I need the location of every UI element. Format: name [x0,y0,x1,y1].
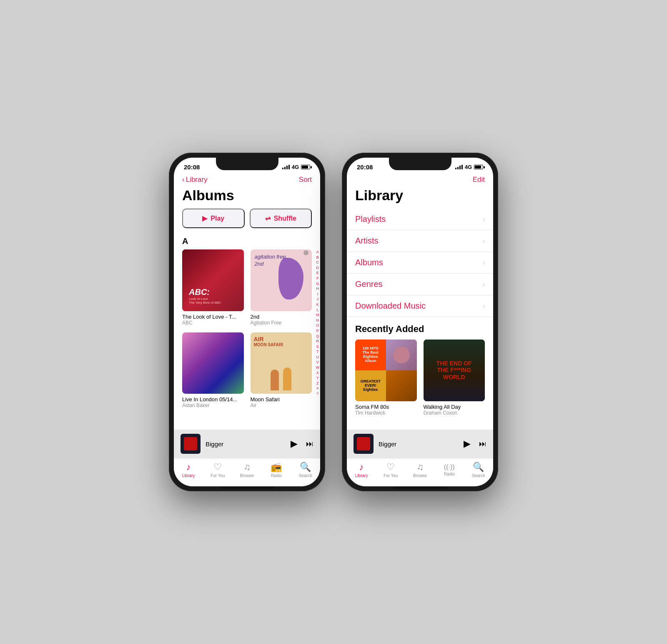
figure-2 [283,367,291,390]
tab-browse-1[interactable]: ♫ Browse [232,462,261,478]
tab-search-2[interactable]: 🔍 Search [464,462,493,478]
ra-title-soma: Soma FM 80s [355,404,417,410]
ra-item-walking[interactable]: THE END OFTHE F***INGWORLD Walking All D… [424,340,485,416]
scroll-area-2[interactable]: Playlists › Artists › Albums › Genres › [347,209,493,430]
now-playing-bar-1[interactable]: Bigger ▶ ⏭ [174,430,320,458]
alpha-h[interactable]: H [316,286,319,292]
tab-foryou-label-2: For You [384,473,398,478]
network-type-1: 4G [292,164,299,170]
alpha-w[interactable]: W [316,365,320,370]
eighties-q3-label: GREATEST EVER!Eighties [355,380,386,392]
tab-library-1[interactable]: ♪ Library [174,462,203,478]
alpha-a[interactable]: A [316,249,319,255]
alpha-l[interactable]: L [316,307,318,313]
album-artist-moon: Air [251,402,312,408]
alpha-hash[interactable]: # [316,386,318,391]
alpha-y[interactable]: Y [316,375,319,381]
edit-button[interactable]: Edit [473,176,485,184]
np-ff-button-1[interactable]: ⏭ [306,440,313,448]
alpha-j[interactable]: J [317,297,319,302]
alpha-r[interactable]: R [316,339,319,344]
alphabet-sidebar[interactable]: A B C D E F G H I J K L M N O [316,249,320,397]
alpha-z[interactable]: Z [316,381,319,386]
screen-content-1: Albums ▶ Play ⇌ Shuffle A [174,186,320,486]
alpha-f[interactable]: F [316,276,319,281]
library-list: Playlists › Artists › Albums › Genres › [347,209,493,317]
alpha-o[interactable]: O [316,323,319,328]
album-artist-abc: ABC [182,320,244,326]
library-item-genres[interactable]: Genres › [347,274,493,295]
status-icons-2: 4G [455,164,483,170]
tab-library-2[interactable]: ♪ Library [347,462,376,478]
back-label-1: Library [186,176,208,184]
album-art-abc: ABC: Look of LoveThe Very Best of ABC [182,249,244,311]
np-play-button-1[interactable]: ▶ [291,438,298,449]
np-play-button-2[interactable]: ▶ [464,438,471,449]
library-icon-2: ♪ [359,462,364,473]
album-item-moon[interactable]: AIR MOON SAFARI Moon Safari Air [251,332,312,409]
sort-button[interactable]: Sort [299,176,312,184]
shuffle-button[interactable]: ⇌ Shuffle [250,209,312,228]
tab-radio-1[interactable]: 📻 Radio [262,462,291,478]
alpha-s[interactable]: S [316,344,319,350]
library-item-playlists-label: Playlists [355,214,386,224]
radio-icon-2: ((·)) [444,463,455,471]
scroll-area-1[interactable]: ▶ Play ⇌ Shuffle A [174,209,320,430]
tab-browse-2[interactable]: ♫ Browse [405,462,434,478]
play-button[interactable]: ▶ Play [182,209,245,228]
tab-foryou-2[interactable]: ♡ For You [376,462,405,478]
library-item-albums-label: Albums [355,258,383,267]
alpha-k[interactable]: K [316,302,319,307]
tab-bar-2: ♪ Library ♡ For You ♫ Browse ((·)) Radio… [347,458,493,486]
library-item-playlists[interactable]: Playlists › [347,209,493,230]
library-item-downloaded[interactable]: Downloaded Music › [347,295,493,317]
signal-bar-4 [288,165,290,169]
album-item-agitation[interactable]: agitation free 2nd 2nd Agitation Free [251,249,312,326]
album-item-london[interactable]: Live In London 05/14... Aidan Baker [182,332,244,409]
alpha-n[interactable]: N [316,318,319,323]
signal-bar-3 [286,166,288,169]
alpha-x[interactable]: X [316,370,319,376]
alpha-e[interactable]: E [316,270,319,276]
battery-icon-1 [301,165,310,169]
library-item-albums[interactable]: Albums › [347,252,493,274]
moon-figures [251,351,312,394]
np-ff-button-2[interactable]: ⏭ [479,440,486,448]
alpha-q[interactable]: Q [316,334,319,339]
ra-artist-soma: Tim Hardwick [355,410,417,416]
tab-foryou-1[interactable]: ♡ For You [203,462,232,478]
alpha-c[interactable]: C [316,260,319,265]
chevron-right-artists: › [483,237,485,245]
album-item-abc[interactable]: ABC: Look of LoveThe Very Best of ABC Th… [182,249,244,326]
signal-bar-2-2 [457,167,459,169]
alpha-p[interactable]: P [316,328,319,334]
album-artist-agitation: Agitation Free [251,320,312,326]
alpha-g[interactable]: G [316,281,319,287]
agitation-art-text1: agitation free [255,254,286,260]
tab-bar-1: ♪ Library ♡ For You ♫ Browse 📻 Radio 🔍 [174,458,320,486]
network-type-2: 4G [465,164,472,170]
alpha-v[interactable]: V [316,360,319,365]
tab-radio-label-1: Radio [271,473,282,478]
alpha-q2[interactable]: ? [316,391,318,397]
library-item-artists-label: Artists [355,236,379,246]
eighties-q4 [386,370,417,401]
np-controls-2: ▶ ⏭ [464,438,486,449]
alpha-u[interactable]: U [316,355,319,360]
nav-bar-2: Edit [347,172,493,186]
now-playing-bar-2[interactable]: Bigger ▶ ⏭ [347,430,493,458]
alpha-i[interactable]: I [317,292,318,297]
alpha-t[interactable]: T [316,349,319,355]
library-item-artists[interactable]: Artists › [347,230,493,252]
phone-2: 20:08 4G Edit Library [342,153,498,491]
alpha-m[interactable]: M [316,312,319,318]
alpha-d[interactable]: D [316,265,319,271]
agitation-art-text2: 2nd [255,261,264,267]
tab-radio-2[interactable]: ((·)) Radio [435,463,464,476]
alpha-b[interactable]: B [316,255,319,260]
ra-item-soma[interactable]: 100 HITSThe BestEightiesAlbum GREATEST E… [355,340,417,416]
battery-fill-2 [475,166,481,169]
tab-browse-label-1: Browse [240,473,254,478]
tab-search-1[interactable]: 🔍 Search [291,462,320,478]
back-button-1[interactable]: ‹ Library [182,176,208,184]
